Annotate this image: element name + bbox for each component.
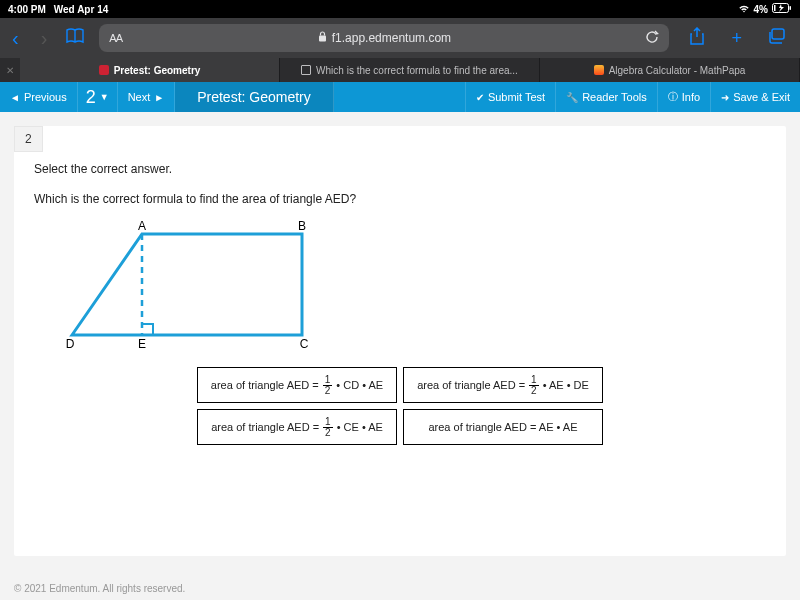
reload-icon[interactable] [645, 30, 659, 47]
answer-option-3[interactable]: area of triangle AED = 12 • CE • AE [197, 409, 397, 445]
content-area: 2 Select the correct answer. Which is th… [0, 112, 800, 600]
previous-button[interactable]: ◄ Previous [0, 82, 78, 112]
submit-button[interactable]: ✔ Submit Test [466, 82, 556, 112]
arrow-right-icon: ► [154, 92, 164, 103]
reader-tools-button[interactable]: 🔧 Reader Tools [556, 82, 658, 112]
share-icon[interactable] [683, 27, 711, 50]
browser-tabs: ✕ Pretest: Geometry Which is the correct… [0, 58, 800, 82]
text-size-button[interactable]: AA [109, 32, 122, 44]
info-button[interactable]: ⓘ Info [658, 82, 711, 112]
svg-text:C: C [300, 337, 309, 350]
chevron-down-icon: ▼ [100, 92, 109, 102]
battery-icon [772, 3, 792, 15]
app-toolbar: ◄ Previous 2 ▼ Next ► Pretest: Geometry … [0, 82, 800, 112]
tab-favicon-icon [594, 65, 604, 75]
tab-favicon-icon [301, 65, 311, 75]
tabs-icon[interactable] [762, 28, 792, 49]
question-prompt: Which is the correct formula to find the… [34, 192, 766, 206]
arrow-left-icon: ◄ [10, 92, 20, 103]
back-button[interactable]: ‹ [8, 27, 23, 50]
tab-formula[interactable]: Which is the correct formula to find the… [280, 58, 540, 82]
forward-button: › [37, 27, 52, 50]
wrench-icon: 🔧 [566, 92, 578, 103]
copyright-footer: © 2021 Edmentum. All rights reserved. [14, 583, 185, 594]
browser-toolbar: ‹ › AA f1.app.edmentum.com + [0, 18, 800, 58]
tab-pretest[interactable]: Pretest: Geometry [20, 58, 280, 82]
instruction-text: Select the correct answer. [34, 162, 766, 176]
answer-option-2[interactable]: area of triangle AED = 12 • AE • DE [403, 367, 603, 403]
save-exit-button[interactable]: ➜ Save & Exit [711, 82, 800, 112]
battery-pct: 4% [754, 4, 768, 15]
answer-option-4[interactable]: area of triangle AED = AE • AE [403, 409, 603, 445]
check-icon: ✔ [476, 92, 484, 103]
geometry-figure: A B C D E [42, 220, 766, 353]
svg-text:E: E [138, 337, 146, 350]
answer-option-1[interactable]: area of triangle AED = 12 • CD • AE [197, 367, 397, 403]
fraction: 12 [323, 417, 333, 438]
tab-favicon-icon [99, 65, 109, 75]
svg-text:B: B [298, 220, 306, 233]
svg-rect-2 [774, 5, 776, 11]
svg-text:D: D [66, 337, 75, 350]
url-bar[interactable]: AA f1.app.edmentum.com [99, 24, 669, 52]
bookmarks-icon[interactable] [65, 28, 85, 48]
fraction: 12 [323, 375, 333, 396]
close-tab-icon[interactable]: ✕ [0, 58, 20, 82]
svg-rect-4 [319, 36, 326, 42]
question-dropdown[interactable]: 2 ▼ [78, 82, 118, 112]
answer-grid: area of triangle AED = 12 • CD • AE area… [197, 367, 603, 445]
info-icon: ⓘ [668, 90, 678, 104]
fraction: 12 [529, 375, 539, 396]
svg-text:A: A [138, 220, 146, 233]
svg-marker-6 [72, 234, 302, 335]
new-tab-icon[interactable]: + [725, 28, 748, 49]
wifi-icon [738, 4, 750, 15]
status-time: 4:00 PM [8, 4, 46, 15]
question-number-badge: 2 [14, 126, 43, 152]
lock-icon [318, 31, 327, 45]
next-button[interactable]: Next ► [118, 82, 176, 112]
question-card: 2 Select the correct answer. Which is th… [14, 126, 786, 556]
svg-rect-1 [790, 6, 792, 10]
url-text: f1.app.edmentum.com [332, 31, 451, 45]
tab-mathpapa[interactable]: Algebra Calculator - MathPapa [540, 58, 800, 82]
svg-rect-5 [772, 29, 784, 39]
ipad-statusbar: 4:00 PM Wed Apr 14 4% [0, 0, 800, 18]
page-title: Pretest: Geometry [175, 82, 334, 112]
exit-icon: ➜ [721, 92, 729, 103]
status-date: Wed Apr 14 [54, 4, 108, 15]
